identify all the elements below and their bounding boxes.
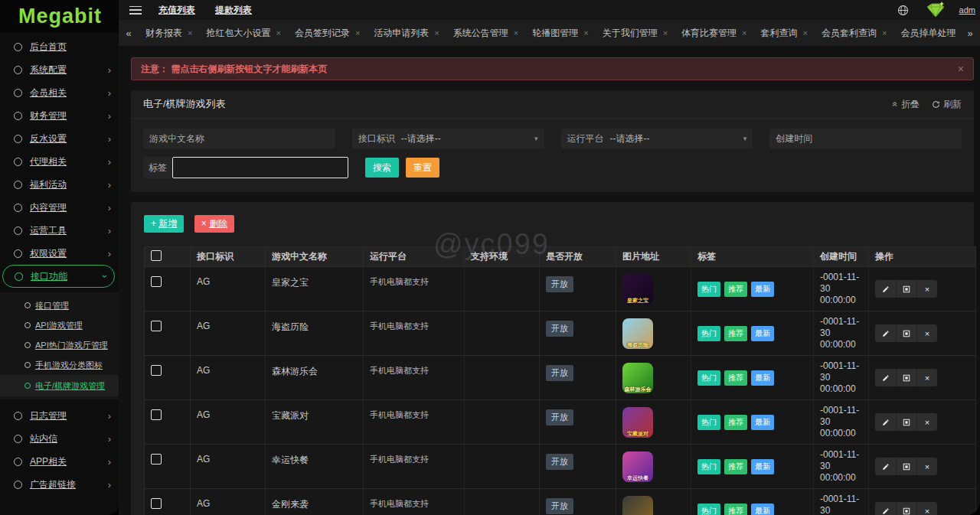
detail-icon[interactable]	[896, 458, 916, 475]
sidebar-item[interactable]: 财务管理›	[0, 104, 119, 127]
edit-icon[interactable]	[875, 324, 896, 342]
close-icon[interactable]: ×	[663, 28, 668, 37]
tab-6[interactable]: 关于我们管理×	[596, 20, 675, 46]
tab-4[interactable]: 系统公告管理×	[446, 20, 525, 46]
close-icon[interactable]: ×	[803, 28, 808, 37]
sidebar-item[interactable]: 系统配置›	[0, 58, 119, 81]
close-icon[interactable]: ×	[514, 28, 518, 37]
username-label[interactable]: adm	[959, 5, 975, 15]
detail-icon[interactable]	[896, 369, 916, 386]
tab-2[interactable]: 会员签到记录×	[288, 20, 367, 46]
row-checkbox[interactable]	[151, 365, 162, 376]
tab-9[interactable]: 会员套利查询×	[815, 20, 893, 46]
delete-icon[interactable]: ×	[916, 369, 937, 386]
open-cell: 开放	[540, 445, 616, 489]
tag-badge: 最新	[751, 326, 774, 341]
env-cell	[465, 445, 540, 489]
topbar-link-withdraw[interactable]: 提款列表	[215, 4, 252, 17]
delete-icon[interactable]: ×	[916, 413, 937, 431]
reset-button[interactable]: 重置	[406, 158, 439, 178]
delete-button[interactable]: × 删除	[194, 215, 234, 233]
sidebar-item[interactable]: 权限设置›	[0, 242, 119, 265]
tab-0[interactable]: 财务报表×	[139, 20, 199, 46]
row-checkbox[interactable]	[151, 409, 162, 420]
topbar-link-recharge[interactable]: 充值列表	[158, 4, 195, 17]
circle-icon	[24, 383, 31, 389]
globe-icon[interactable]	[897, 5, 909, 16]
alert-close-icon[interactable]: ×	[958, 63, 964, 75]
close-icon[interactable]: ×	[583, 28, 588, 37]
game-name-field[interactable]: 游戏中文名称	[143, 129, 335, 148]
row-checkbox[interactable]	[151, 454, 162, 464]
edit-icon[interactable]	[875, 369, 896, 386]
tab-1[interactable]: 抢红包大小设置×	[199, 20, 287, 46]
select-all-checkbox[interactable]	[151, 250, 162, 261]
tab-8[interactable]: 套利查询×	[754, 20, 815, 46]
add-button[interactable]: + 新增	[144, 215, 184, 233]
sidebar-item[interactable]: 接口功能›	[2, 265, 115, 288]
sidebar-subitem[interactable]: API游戏管理	[0, 315, 119, 335]
sidebar-subitem[interactable]: 接口管理	[0, 295, 119, 315]
close-icon[interactable]: ×	[276, 28, 280, 37]
detail-icon[interactable]	[896, 324, 916, 342]
tab-label: 系统公告管理	[453, 27, 508, 40]
sidebar-item[interactable]: 站内信›	[0, 427, 119, 450]
delete-icon[interactable]: ×	[916, 458, 937, 475]
detail-icon[interactable]	[896, 502, 916, 515]
row-checkbox[interactable]	[151, 498, 162, 509]
close-icon[interactable]: ×	[188, 28, 192, 37]
tabs-scroll-right-icon[interactable]: »	[960, 20, 980, 46]
sidebar-subitem[interactable]: 手机游戏分类图标	[0, 355, 119, 375]
tab-5[interactable]: 轮播图管理×	[525, 20, 595, 46]
delete-icon[interactable]: ×	[916, 324, 937, 342]
sidebar-subitem[interactable]: API热门游戏厅管理	[0, 335, 119, 355]
delete-icon[interactable]: ×	[916, 502, 937, 515]
refresh-button[interactable]: 刷新	[932, 98, 962, 111]
row-checkbox[interactable]	[151, 276, 162, 287]
sidebar-item-label: 会员相关	[30, 86, 67, 99]
sidebar-item[interactable]: 日志管理›	[0, 404, 119, 427]
search-button[interactable]: 搜索	[365, 158, 399, 178]
api-select[interactable]: 接口标识 --请选择-- ▾	[352, 129, 544, 148]
edit-icon[interactable]	[875, 502, 896, 515]
tab-label: 套利查询	[761, 27, 798, 40]
tab-10[interactable]: 会员掉单处理×	[893, 20, 960, 46]
close-icon[interactable]: ×	[882, 28, 887, 37]
sidebar-item[interactable]: 运营工具›	[0, 219, 119, 242]
sidebar-item[interactable]: APP相关›	[0, 450, 119, 473]
edit-icon[interactable]	[875, 458, 896, 475]
sidebar-item[interactable]: 代理相关›	[0, 150, 119, 173]
brand-logo[interactable]: Megabit	[0, 0, 119, 32]
close-icon[interactable]: ×	[434, 28, 439, 37]
close-icon[interactable]: ×	[742, 28, 746, 37]
game-name-input[interactable]	[211, 133, 335, 144]
tab-3[interactable]: 活动申请列表×	[367, 20, 446, 46]
detail-icon[interactable]	[896, 280, 916, 298]
created-time-input[interactable]	[818, 133, 962, 144]
sidebar-item[interactable]: 内容管理›	[0, 196, 119, 219]
collapse-button[interactable]: « 折叠	[893, 98, 920, 111]
sidebar-item[interactable]: 后台首页	[0, 35, 119, 58]
hamburger-icon[interactable]	[129, 6, 142, 15]
image-cell: 森林游乐会	[616, 356, 691, 400]
platform-select[interactable]: 运行平台 --请选择-- ▾	[561, 129, 753, 148]
chevron-right-icon: ›	[108, 180, 111, 190]
circle-icon	[14, 135, 22, 143]
edit-icon[interactable]	[875, 280, 896, 298]
close-icon[interactable]: ×	[355, 28, 360, 37]
sidebar-item[interactable]: 广告超链接›	[0, 473, 119, 496]
edit-icon[interactable]	[875, 413, 896, 431]
sidebar-subitem[interactable]: 电子/棋牌游戏管理	[0, 375, 119, 396]
created-time-field[interactable]: 创建时间	[769, 129, 962, 148]
delete-icon[interactable]: ×	[916, 280, 937, 298]
sidebar-item[interactable]: 福利活动›	[0, 173, 119, 196]
platform-selected-value: --请选择--	[610, 132, 743, 145]
detail-icon[interactable]	[896, 413, 916, 431]
row-checkbox[interactable]	[151, 321, 162, 331]
sidebar-item[interactable]: 会员相关›	[0, 81, 119, 104]
tabs-scroll-left-icon[interactable]: «	[119, 20, 139, 46]
tag-filter-input[interactable]	[172, 157, 348, 178]
sidebar-item[interactable]: 反水设置›	[0, 127, 119, 150]
tab-7[interactable]: 体育比赛管理×	[675, 20, 753, 46]
gem-icon[interactable]	[921, 1, 947, 19]
